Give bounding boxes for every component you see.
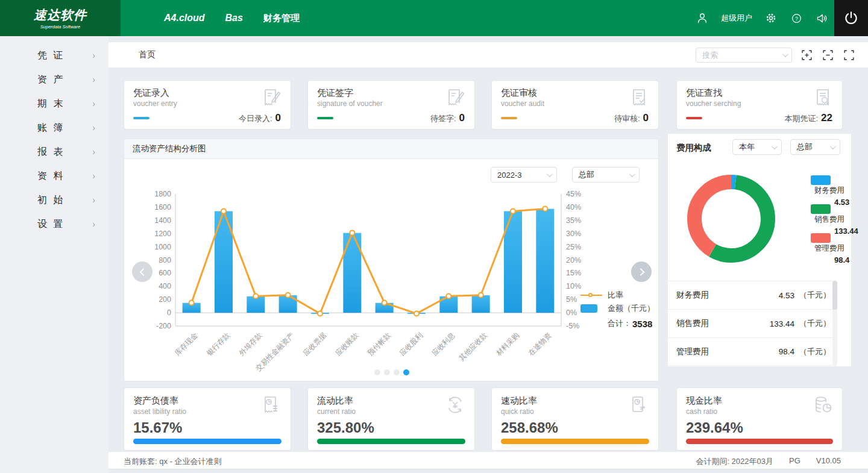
- accent-dash: [686, 117, 702, 119]
- ratio-value: 258.68%: [501, 419, 558, 436]
- main-area: 首页 搜索 凭证录入 voucher entry 今日录入:0: [108, 36, 868, 473]
- chevron-right-icon: ›: [92, 195, 95, 205]
- chevron-down-icon: [830, 143, 836, 149]
- svg-text:0%: 0%: [566, 309, 577, 317]
- document-pencil-icon: [260, 87, 282, 108]
- sidebar-item-reports[interactable]: 报 表›: [0, 140, 108, 164]
- device-pie-arrow-icon: [628, 394, 650, 416]
- ratio-progress-bar: [501, 439, 649, 444]
- chart-legend: 比率 金额（千元） 合计：3538: [580, 289, 655, 330]
- voucher-search-card[interactable]: 凭证查找 voucher serching 本期凭证:22: [676, 80, 843, 130]
- svg-text:1000: 1000: [154, 243, 171, 251]
- cash-ratio-card[interactable]: 现金比率 cash ratio 239.64%: [676, 387, 843, 451]
- svg-text:15%: 15%: [566, 269, 581, 277]
- help-icon[interactable]: ?: [790, 11, 803, 25]
- logo-subtitle: Superdata Software: [40, 24, 80, 30]
- search-placeholder: 搜索: [702, 50, 782, 61]
- svg-text:外埠存款: 外埠存款: [237, 331, 264, 357]
- ratio-progress-bar: [133, 439, 281, 444]
- chevron-right-icon: ›: [92, 99, 95, 108]
- search-input[interactable]: 搜索: [696, 48, 792, 63]
- accent-dash: [317, 117, 333, 119]
- asset-liability-ratio-card[interactable]: 资产负债率 asset libility ratio 15.67%: [124, 387, 291, 451]
- svg-text:应收利息: 应收利息: [430, 331, 457, 357]
- donut-legend-sales: 销售费用 133.44: [811, 203, 853, 236]
- carousel-dot-2[interactable]: [384, 369, 390, 375]
- sidebar-item-period-end[interactable]: 期 末›: [0, 92, 108, 116]
- carousel-dot-4[interactable]: [403, 369, 409, 375]
- combo-bar-line-chart: 180016001400120010008006004002000-20045%…: [124, 175, 659, 374]
- voucher-audit-card[interactable]: 凭证审核 voucher audit 待审核:0: [491, 80, 659, 130]
- svg-text:其他应收款: 其他应收款: [457, 331, 488, 362]
- svg-text:600: 600: [159, 269, 171, 277]
- svg-text:银行存款: 银行存款: [205, 331, 232, 358]
- currency-circulation-icon: [444, 394, 466, 416]
- svg-text:库存现金: 库存现金: [173, 331, 200, 357]
- header-right-cluster: 超级用户 ?: [696, 0, 828, 36]
- svg-text:材料采购: 材料采购: [494, 331, 521, 358]
- carousel-prev-button[interactable]: [132, 262, 153, 282]
- chevron-right-icon: ›: [92, 219, 95, 229]
- table-scrollbar[interactable]: [832, 281, 837, 366]
- chevron-right-icon: ›: [92, 75, 95, 84]
- donut-legend-admin: 管理费用 98.4: [811, 232, 853, 265]
- fullscreen-button[interactable]: [844, 50, 854, 60]
- carousel-dot-3[interactable]: [394, 369, 400, 375]
- sidebar-item-books[interactable]: 账 簿›: [0, 116, 108, 140]
- donut-legend-finance: 财务费用 4.53: [811, 174, 853, 207]
- svg-text:20%: 20%: [566, 256, 581, 265]
- sidebar-item-settings[interactable]: 设 置›: [0, 212, 108, 236]
- current-ratio-card[interactable]: 流动比率 current ratio 325.80%: [307, 387, 475, 451]
- top-nav: A4.cloud Bas 财务管理: [164, 0, 300, 36]
- voucher-entry-card[interactable]: 凭证录入 voucher entry 今日录入:0: [124, 80, 291, 130]
- gear-icon[interactable]: [764, 11, 778, 25]
- user-icon[interactable]: [696, 11, 709, 25]
- table-row[interactable]: 财务费用4.53（千元）: [668, 281, 832, 309]
- coins-pie-icon: [812, 394, 834, 416]
- power-button[interactable]: [834, 0, 868, 36]
- status-bar: 当前账套: qx - 企业会计准则 会计期间: 2022年03月 PG V10.…: [108, 452, 868, 469]
- nav-item-bas[interactable]: Bas: [225, 13, 243, 23]
- bar-legend-swatch: [580, 304, 597, 313]
- version-label: V10.05: [816, 456, 841, 467]
- voucher-signature-card[interactable]: 凭证签字 signature of voucher 待签字:0: [307, 80, 475, 130]
- power-icon: [843, 10, 859, 26]
- sidebar-item-initial[interactable]: 初 始›: [0, 188, 108, 212]
- sidebar-item-assets[interactable]: 资 产›: [0, 67, 108, 92]
- sidebar: 凭 证› 资 产› 期 末› 账 簿› 报 表› 资 料› 初 始› 设 置›: [0, 36, 108, 473]
- svg-text:800: 800: [159, 256, 171, 265]
- nav-item-finance[interactable]: 财务管理: [263, 13, 300, 24]
- document-check-icon: [628, 87, 650, 108]
- quick-ratio-card[interactable]: 速动比率 quick ratio 258.68%: [491, 387, 659, 451]
- svg-text:10%: 10%: [566, 282, 581, 290]
- svg-text:-5%: -5%: [566, 322, 579, 330]
- nav-item-a4cloud[interactable]: A4.cloud: [164, 13, 205, 23]
- speaker-icon[interactable]: [815, 11, 828, 25]
- chevron-right-icon: ›: [92, 147, 95, 157]
- expense-org-select[interactable]: 总部: [790, 139, 840, 155]
- table-row[interactable]: 销售费用133.44（千元）: [668, 309, 832, 337]
- zoom-out-frame-button[interactable]: [823, 50, 833, 60]
- pg-label: PG: [789, 456, 800, 467]
- svg-text:40%: 40%: [566, 203, 581, 211]
- ratio-progress-bar: [317, 439, 465, 444]
- app-logo[interactable]: 速达软件 Superdata Software: [0, 0, 121, 36]
- sidebar-item-data[interactable]: 资 料›: [0, 164, 108, 188]
- zoom-in-frame-button[interactable]: [802, 50, 812, 60]
- carousel-next-button[interactable]: [631, 262, 652, 282]
- ratio-value: 239.64%: [686, 419, 743, 436]
- sidebar-item-voucher[interactable]: 凭 证›: [0, 43, 108, 67]
- svg-text:应收票据: 应收票据: [301, 331, 328, 357]
- svg-text:应收账款: 应收账款: [334, 331, 360, 357]
- svg-text:1200: 1200: [154, 230, 171, 238]
- expense-year-select[interactable]: 本年: [732, 139, 782, 155]
- scrollbar-thumb[interactable]: [832, 281, 837, 310]
- current-assets-chart-panel: 流动资产结构分析图 2022-3 总部 18001600140012001000…: [124, 139, 659, 381]
- top-header: 速达软件 Superdata Software A4.cloud Bas 财务管…: [0, 0, 868, 36]
- logo-title: 速达软件: [34, 7, 87, 23]
- table-row[interactable]: 管理费用98.4（千元）: [668, 337, 832, 366]
- expense-composition-panel: 费用构成 本年 总部 财务费用 4.53 销售费用 133.44 管理费用 98…: [668, 134, 851, 366]
- breadcrumb-home-tab[interactable]: 首页: [139, 49, 156, 60]
- carousel-dot-1[interactable]: [374, 369, 380, 375]
- current-user-label[interactable]: 超级用户: [721, 13, 752, 23]
